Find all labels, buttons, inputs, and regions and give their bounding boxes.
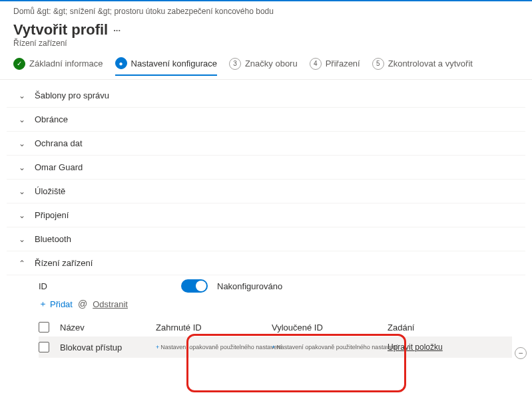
row-checkbox[interactable] bbox=[39, 342, 49, 352]
step-review[interactable]: 5 Zkontrolovat a vytvořit bbox=[372, 58, 473, 75]
id-label: ID bbox=[39, 281, 172, 291]
device-control-body: ID Nakonfigurováno ＋ Přidat @ Odstranit … bbox=[7, 275, 525, 371]
chevron-down-icon: ⌄ bbox=[19, 187, 28, 196]
col-name: Název bbox=[60, 323, 153, 333]
section-label: Úložiště bbox=[35, 186, 65, 196]
section-defender[interactable]: ⌄ Obránce bbox=[7, 108, 525, 132]
chevron-up-icon: ⌃ bbox=[19, 259, 28, 268]
table-row[interactable]: Blokovat přístup Nastavení opakovaně pou… bbox=[39, 336, 512, 358]
page-subtitle: Řízení zařízení bbox=[0, 39, 532, 57]
step-label: Zkontrolovat a vytvořit bbox=[388, 59, 473, 68]
section-label: Řízení zařízení bbox=[35, 258, 93, 268]
page-title: Vytvořit profil ··· bbox=[0, 19, 532, 39]
section-label: Ochrana dat bbox=[35, 138, 83, 148]
step-number-icon: 4 bbox=[310, 58, 322, 70]
cell-name: Blokovat přístup bbox=[60, 342, 153, 352]
chevron-down-icon: ⌄ bbox=[19, 115, 28, 124]
id-table: Název Zahrnuté ID Vyloučené ID Zadání Bl… bbox=[39, 318, 512, 358]
stepper: ✓ Základní informace ● Nastavení konfigu… bbox=[0, 57, 532, 80]
edit-item-link[interactable]: Upravit položku bbox=[388, 342, 467, 352]
step-assignments[interactable]: 4 Přiřazení bbox=[310, 58, 360, 75]
plus-icon: ＋ bbox=[39, 298, 47, 310]
at-icon: @ bbox=[78, 299, 87, 309]
chevron-down-icon: ⌄ bbox=[19, 235, 28, 244]
col-included-id: Zahrnuté ID bbox=[156, 323, 269, 333]
chevron-down-icon: ⌄ bbox=[19, 163, 28, 172]
section-data-protection[interactable]: ⌄ Ochrana dat bbox=[7, 132, 525, 156]
add-label: Přidat bbox=[50, 299, 73, 309]
breadcrumb[interactable]: Domů &gt: &gt; snížení &gt; prostoru úto… bbox=[0, 1, 532, 19]
settings-sections: ⌄ Šablony pro správu ⌄ Obránce ⌄ Ochrana… bbox=[0, 84, 532, 371]
chevron-down-icon: ⌄ bbox=[19, 139, 28, 148]
remove-button[interactable]: Odstranit bbox=[93, 299, 128, 309]
step-number-icon: 5 bbox=[372, 58, 384, 70]
remove-row-icon[interactable]: − bbox=[515, 347, 527, 359]
section-label: Bluetooth bbox=[35, 234, 71, 244]
more-icon[interactable]: ··· bbox=[113, 25, 121, 35]
section-device-control[interactable]: ⌃ Řízení zařízení bbox=[7, 251, 525, 275]
section-admin-templates[interactable]: ⌄ Šablony pro správu bbox=[7, 84, 525, 108]
select-all-checkbox[interactable] bbox=[39, 322, 49, 333]
add-button[interactable]: ＋ Přidat bbox=[39, 298, 73, 310]
table-header: Název Zahrnuté ID Vyloučené ID Zadání bbox=[39, 318, 512, 336]
step-number-icon: 3 bbox=[229, 58, 241, 70]
included-id-link[interactable]: Nastavení opakovaně použitelného nastave… bbox=[156, 344, 269, 350]
step-label: Přiřazení bbox=[326, 59, 360, 68]
section-omar-guard[interactable]: ⌄ Omar Guard bbox=[7, 156, 525, 180]
configured-toggle[interactable] bbox=[181, 279, 208, 293]
step-label: Nastavení konfigurace bbox=[131, 59, 217, 68]
step-basics[interactable]: ✓ Základní informace bbox=[13, 58, 103, 75]
check-icon: ✓ bbox=[13, 58, 25, 70]
step-label: Značky oboru bbox=[245, 59, 298, 68]
section-storage[interactable]: ⌄ Úložiště bbox=[7, 180, 525, 203]
section-label: Omar Guard bbox=[35, 162, 83, 172]
chevron-down-icon: ⌄ bbox=[19, 91, 28, 100]
excluded-id-link[interactable]: Nastavení opakovaně použitelného nastave… bbox=[272, 344, 385, 350]
step-config[interactable]: ● Nastavení konfigurace bbox=[115, 57, 217, 76]
section-label: Šablony pro správu bbox=[35, 90, 109, 100]
col-excluded-id: Vyloučené ID bbox=[272, 323, 385, 333]
configured-label: Nakonfigurováno bbox=[217, 281, 282, 291]
step-label: Základní informace bbox=[29, 59, 103, 68]
step-scope-tags[interactable]: 3 Značky oboru bbox=[229, 58, 298, 75]
col-entry: Zadání bbox=[388, 323, 467, 333]
section-bluetooth[interactable]: ⌄ Bluetooth bbox=[7, 227, 525, 251]
section-label: Obránce bbox=[35, 114, 68, 124]
step-number-icon: ● bbox=[115, 57, 127, 69]
section-connectivity[interactable]: ⌄ Připojení bbox=[7, 203, 525, 227]
chevron-down-icon: ⌄ bbox=[19, 211, 28, 220]
section-label: Připojení bbox=[35, 210, 69, 220]
page-title-text: Vytvořit profil bbox=[13, 21, 108, 39]
